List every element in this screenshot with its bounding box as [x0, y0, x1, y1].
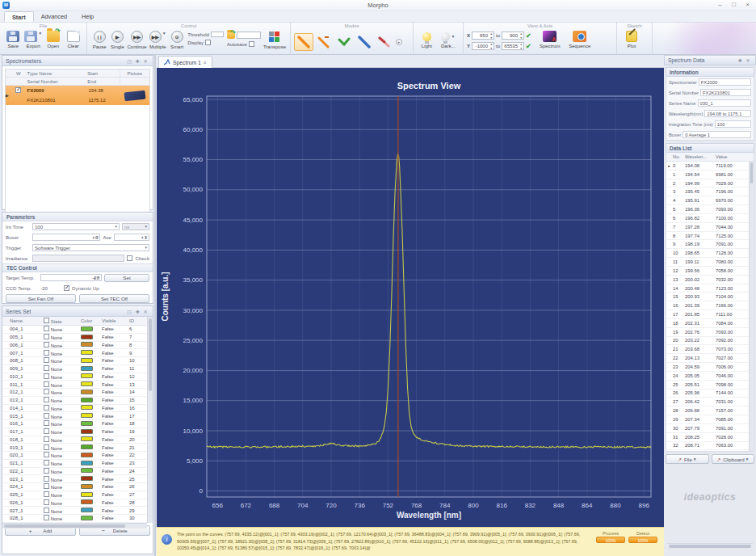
series-row[interactable]: 021_1 NoneFalse23 [2, 460, 153, 468]
series-row[interactable]: 014_1 NoneFalse16 [2, 405, 153, 413]
series-state-checkbox[interactable] [44, 460, 49, 465]
y-to-spinner[interactable]: ▲▼ [519, 43, 523, 50]
save-button[interactable]: Save [4, 31, 23, 48]
data-list-row[interactable]: 16201.397166.00 [666, 301, 754, 310]
series-row[interactable]: 009_1 NoneFalse11 [2, 365, 153, 373]
autosave-path-input[interactable] [237, 32, 261, 39]
series-row[interactable]: 011_1 NoneFalse13 [2, 381, 153, 389]
series-color-chip[interactable] [81, 499, 93, 504]
series-row[interactable]: 028_1 NoneFalse30 [2, 515, 153, 523]
data-list-row[interactable]: 26205.967144.00 [666, 390, 754, 398]
data-list-row[interactable]: 13200.027032.00 [666, 276, 754, 284]
export-file-button[interactable]: ↗File▼ [666, 454, 709, 464]
series-row[interactable]: 013_1 NoneFalse15 [2, 397, 153, 405]
pin-icon[interactable]: ✚ [133, 309, 141, 314]
series-color-chip[interactable] [81, 335, 93, 339]
series-row[interactable]: 008_1 NoneFalse10 [2, 357, 153, 365]
series-color-chip[interactable] [81, 326, 93, 331]
data-list-row[interactable]: 19202.767093.00 [666, 328, 754, 337]
series-row[interactable]: 010_1 NoneFalse12 [2, 373, 153, 381]
tab-start[interactable]: Start [4, 11, 34, 22]
data-list-row[interactable]: 31208.257028.00 [666, 433, 754, 442]
modes-more-button[interactable]: ▸ [396, 39, 402, 45]
threshold-input[interactable] [211, 32, 224, 37]
series-color-chip[interactable] [81, 429, 93, 434]
float-icon[interactable]: ◳ [125, 309, 133, 314]
series-color-chip[interactable] [81, 508, 93, 512]
dynamic-up-checkbox[interactable] [64, 285, 69, 291]
data-list-section-header[interactable]: Data List [666, 143, 754, 153]
series-state-checkbox[interactable] [44, 483, 49, 489]
series-color-chip[interactable] [81, 461, 93, 465]
series-color-chip[interactable] [81, 358, 93, 363]
data-list-row[interactable]: 11199.117080.00 [666, 258, 754, 267]
series-state-checkbox[interactable] [44, 444, 49, 450]
series-color-chip[interactable] [81, 453, 93, 457]
series-state-checkbox[interactable] [44, 468, 49, 474]
series-color-chip[interactable] [81, 413, 93, 418]
open-button[interactable]: Open [44, 31, 63, 48]
tab-help[interactable]: Help [74, 11, 101, 22]
data-list-row[interactable]: 18202.317084.00 [666, 319, 754, 328]
x-from-spinner[interactable]: ▲▼ [489, 32, 493, 40]
data-list-row[interactable]: 6196.827100.00 [666, 214, 754, 223]
series-row[interactable]: 012_1 NoneFalse14 [2, 389, 153, 397]
data-list-row[interactable]: 21203.687073.00 [666, 345, 754, 354]
series-row[interactable]: 024_1 NoneFalse26 [2, 483, 153, 491]
x-to-input[interactable]: 900▲▼ [502, 32, 524, 40]
dark-button[interactable]: ▼Dark... [438, 31, 459, 48]
series-row[interactable]: 019_1 NoneFalse21 [2, 444, 153, 452]
y-to-input[interactable]: 65535▲▼ [502, 42, 524, 50]
series-color-chip[interactable] [81, 516, 93, 520]
series-color-chip[interactable] [81, 444, 93, 449]
series-state-checkbox[interactable] [44, 326, 49, 331]
y-from-spinner[interactable]: ▲▼ [489, 43, 493, 50]
series-state-checkbox[interactable] [44, 373, 49, 379]
series-color-chip[interactable] [81, 421, 93, 426]
series-row[interactable]: 017_1 NoneFalse19 [2, 428, 153, 436]
data-list-row[interactable]: 17201.857111.00 [666, 310, 754, 319]
information-section-header[interactable]: Information [666, 67, 754, 77]
close-panel-icon[interactable]: ✕ [141, 309, 149, 314]
series-state-checkbox[interactable] [44, 499, 49, 505]
clear-button[interactable]: Clear [64, 31, 82, 48]
multiple-button[interactable]: ▶▶▼Multiple [149, 31, 167, 49]
tab-advanced[interactable]: Advanced [34, 11, 74, 22]
series-color-chip[interactable] [81, 390, 93, 394]
data-list-row[interactable]: 5196.367093.00 [666, 205, 754, 214]
data-list-scrollbar[interactable] [749, 162, 754, 451]
series-state-checkbox[interactable] [44, 413, 49, 419]
x-to-spinner[interactable]: ▲▼ [519, 32, 523, 40]
data-list-row[interactable]: 24205.057046.00 [666, 372, 754, 381]
data-list-row[interactable]: 10198.657128.00 [666, 249, 754, 258]
data-list-row[interactable]: 1194.546981.00 [666, 171, 754, 179]
export-clipboard-button[interactable]: ↗Clipboard▼ [712, 454, 755, 464]
data-list-row[interactable]: 29207.347085.00 [666, 415, 754, 424]
data-list-row[interactable]: 8197.747125.00 [666, 232, 754, 241]
series-color-chip[interactable] [81, 381, 93, 386]
check-checkbox[interactable] [127, 255, 132, 261]
series-row[interactable]: 016_1 NoneFalse18 [2, 420, 153, 428]
minimize-button[interactable]: – [713, 0, 727, 11]
series-state-checkbox[interactable] [44, 452, 49, 457]
series-state-checkbox[interactable] [44, 508, 49, 513]
series-state-checkbox[interactable] [44, 381, 49, 387]
display-checkbox[interactable] [205, 40, 211, 45]
transpose-button[interactable]: Transpose [263, 31, 286, 49]
spectrometer-row[interactable]: ▶ FX2000194.38 FX2K2108011175.12 [6, 86, 149, 105]
series-state-checkbox[interactable] [44, 365, 49, 371]
pause-button[interactable]: | |Pause [91, 31, 107, 49]
target-temp-input[interactable]: -20▲▼ [40, 274, 102, 281]
close-button[interactable]: × [741, 0, 754, 11]
smart-button[interactable]: ⊙Smart [169, 31, 185, 49]
series-color-chip[interactable] [81, 366, 93, 371]
data-list-row[interactable]: 23204.597006.00 [666, 363, 754, 372]
series-color-chip[interactable] [81, 468, 93, 473]
int-time-select[interactable]: 100▼ [32, 223, 120, 230]
spectrometer-checkbox[interactable] [15, 87, 21, 93]
data-list-row[interactable]: 14200.487123.00 [666, 284, 754, 293]
boxer-input[interactable]: 0▲▼ [32, 234, 100, 241]
series-state-checkbox[interactable] [44, 342, 49, 348]
spectrum-chart[interactable]: 05,00010,00015,00020,00025,00030,00035,0… [157, 68, 664, 527]
series-state-checkbox[interactable] [44, 491, 49, 497]
